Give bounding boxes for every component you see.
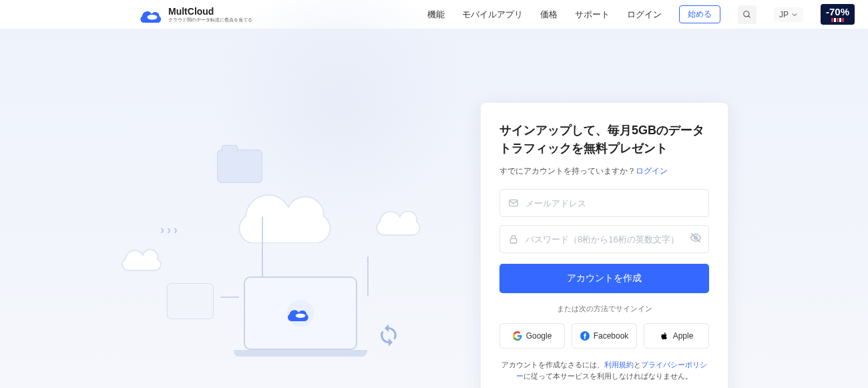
terms-text: アカウントを作成なさるには、利用規約とプライバシーポリシーに従って本サービスを利… [499,359,709,382]
login-link[interactable]: ログイン [636,166,668,176]
brand-tagline: クラウド間のデータ転送に焦点を当てる [168,17,252,23]
svg-point-4 [296,313,306,317]
svg-rect-6 [510,238,516,243]
language-selector[interactable]: JP [774,7,803,22]
search-icon [742,10,752,19]
email-icon [508,198,519,208]
nav-pricing[interactable]: 価格 [540,9,558,21]
arrows-icon: ››› [160,223,180,237]
server-box-icon [167,283,214,319]
svg-point-1 [744,11,749,16]
or-divider: または次の方法でサインイン [499,304,709,314]
toggle-password-visibility[interactable] [690,232,702,246]
apple-icon [660,331,669,341]
already-have-account: すでにアカウントを持っていますか？ログイン [499,166,709,177]
cloud-small-icon [374,203,427,236]
nav: 機能 モバイルアプリ 価格 サポート ログイン 始める JP -70% [427,4,855,25]
terms-link[interactable]: 利用規約 [604,361,634,369]
laptop-icon [234,276,367,363]
hero: ››› サインアップして、毎月5GBのデータトラフィックを無料プレゼント すでに… [0,29,868,388]
promo-stripes-icon [831,18,844,22]
wire-icon [262,216,263,278]
email-field-wrap [499,189,709,217]
nav-support[interactable]: サポート [575,9,610,21]
facebook-signin-button[interactable]: Facebook [572,323,637,349]
lang-label: JP [779,10,789,19]
search-button[interactable] [738,5,756,24]
cloud-big-icon [234,176,347,243]
logo[interactable]: MultCloud クラウド間のデータ転送に焦点を当てる [140,6,252,23]
password-field-wrap [499,225,709,253]
signup-card: サインアップして、毎月5GBのデータトラフィックを無料プレゼント すでにアカウン… [481,103,728,388]
svg-point-0 [148,15,158,20]
email-input[interactable] [525,198,700,208]
svg-line-2 [748,15,750,17]
hero-illustration: ››› [147,150,441,388]
app-cloud-icon [286,299,315,328]
promo-label: -70% [826,7,849,17]
password-input[interactable] [525,234,700,244]
cloud-tiny-icon [120,243,167,272]
google-signin-button[interactable]: Google [499,323,565,349]
promo-badge[interactable]: -70% [821,4,855,25]
nav-mobile[interactable]: モバイルアプリ [462,9,523,21]
signup-title: サインアップして、毎月5GBのデータトラフィックを無料プレゼント [499,122,709,158]
wire-icon [367,256,369,297]
chevron-down-icon [791,11,798,18]
facebook-icon [580,331,590,341]
lock-icon [508,234,519,244]
logo-icon [140,6,164,23]
sync-icon [377,323,401,347]
social-signin-row: Google Facebook Apple [499,323,709,349]
apple-signin-button[interactable]: Apple [644,323,709,349]
eye-off-icon [690,232,702,244]
brand-name: MultCloud [168,6,252,17]
start-button[interactable]: 始める [679,5,720,23]
create-account-button[interactable]: アカウントを作成 [499,264,709,293]
nav-login[interactable]: ログイン [627,9,662,21]
google-icon [513,331,522,341]
